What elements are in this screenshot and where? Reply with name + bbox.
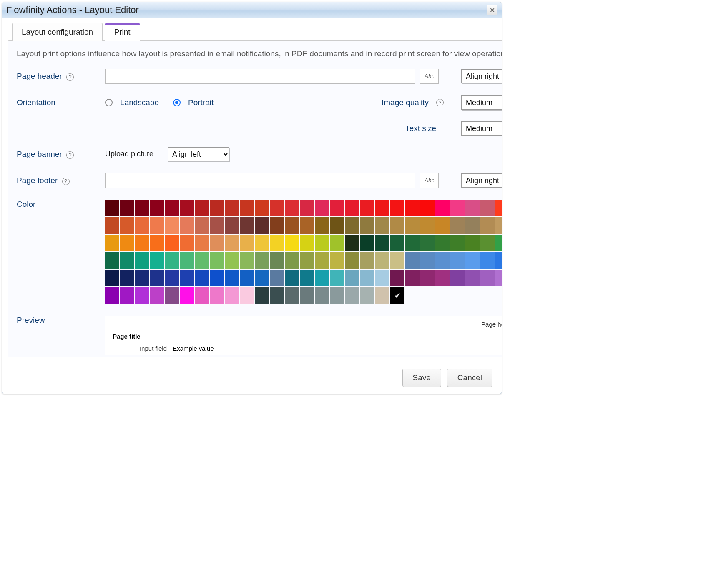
color-swatch[interactable] [420, 252, 435, 269]
color-swatch[interactable] [210, 200, 224, 216]
color-swatch[interactable] [375, 200, 389, 216]
color-swatch[interactable] [120, 235, 134, 251]
color-swatch[interactable] [150, 217, 164, 234]
color-swatch[interactable] [285, 287, 299, 304]
color-swatch[interactable] [210, 235, 224, 251]
color-swatch[interactable] [405, 270, 420, 286]
color-swatch[interactable] [390, 270, 404, 286]
color-swatch[interactable] [255, 270, 269, 286]
color-swatch[interactable] [495, 270, 502, 286]
banner-align-select[interactable]: Align left [168, 147, 229, 161]
color-swatch[interactable] [105, 217, 119, 234]
color-swatch[interactable] [150, 252, 164, 269]
color-swatch[interactable] [285, 235, 299, 251]
color-swatch[interactable] [465, 235, 480, 251]
color-swatch[interactable] [360, 270, 374, 286]
color-swatch[interactable] [375, 217, 389, 234]
color-swatch[interactable] [300, 200, 314, 216]
color-swatch[interactable] [345, 200, 359, 216]
color-swatch[interactable] [285, 270, 299, 286]
color-swatch[interactable] [420, 235, 435, 251]
color-swatch[interactable] [300, 217, 314, 234]
color-swatch[interactable] [360, 200, 374, 216]
close-button[interactable]: ✕ [487, 5, 497, 15]
color-swatch[interactable] [150, 270, 164, 286]
color-swatch[interactable] [270, 270, 284, 286]
color-swatch[interactable] [375, 235, 389, 251]
color-swatch[interactable] [180, 217, 194, 234]
color-swatch[interactable] [105, 252, 119, 269]
color-swatch[interactable] [480, 252, 495, 269]
color-swatch[interactable] [195, 235, 209, 251]
color-swatch[interactable] [315, 217, 329, 234]
color-swatch[interactable] [390, 252, 404, 269]
color-swatch[interactable] [420, 200, 435, 216]
color-swatch[interactable] [450, 252, 465, 269]
color-swatch[interactable] [450, 235, 465, 251]
color-swatch[interactable] [270, 287, 284, 304]
color-swatch[interactable] [495, 252, 502, 269]
color-swatch[interactable] [135, 287, 149, 304]
help-icon[interactable]: ? [436, 99, 444, 106]
color-swatch[interactable] [225, 287, 239, 304]
color-swatch[interactable] [225, 270, 239, 286]
text-size-select[interactable]: Medium [461, 121, 502, 136]
color-swatch[interactable] [255, 217, 269, 234]
color-swatch[interactable] [375, 252, 389, 269]
radio-portrait[interactable] [173, 99, 181, 106]
color-swatch[interactable] [435, 270, 450, 286]
color-swatch[interactable] [165, 235, 179, 251]
color-swatch[interactable] [180, 287, 194, 304]
color-swatch[interactable] [345, 270, 359, 286]
color-swatch[interactable] [105, 235, 119, 251]
color-swatch[interactable] [180, 252, 194, 269]
color-swatch[interactable] [480, 235, 495, 251]
color-swatch[interactable] [210, 270, 224, 286]
color-swatch[interactable] [390, 200, 404, 216]
color-swatch[interactable] [150, 235, 164, 251]
color-swatch[interactable] [210, 252, 224, 269]
color-swatch[interactable] [195, 287, 209, 304]
color-swatch[interactable] [105, 200, 119, 216]
color-swatch[interactable] [300, 252, 314, 269]
color-swatch[interactable] [420, 217, 435, 234]
color-swatch[interactable] [315, 287, 329, 304]
color-swatch[interactable] [150, 287, 164, 304]
color-swatch[interactable] [195, 200, 209, 216]
color-swatch[interactable] [360, 217, 374, 234]
color-swatch[interactable] [195, 217, 209, 234]
color-swatch[interactable] [465, 270, 480, 286]
color-swatch[interactable] [180, 235, 194, 251]
color-swatch[interactable] [330, 235, 344, 251]
radio-landscape-label[interactable]: Landscape [120, 98, 159, 107]
color-swatch[interactable] [135, 217, 149, 234]
color-swatch[interactable] [165, 270, 179, 286]
color-swatch[interactable] [375, 270, 389, 286]
color-swatch[interactable] [405, 217, 420, 234]
color-swatch[interactable] [300, 235, 314, 251]
color-swatch[interactable] [180, 200, 194, 216]
color-swatch[interactable] [285, 217, 299, 234]
page-footer-input[interactable] [105, 173, 415, 188]
upload-picture-link[interactable]: Upload picture [105, 150, 153, 158]
color-swatch[interactable] [255, 252, 269, 269]
color-swatch[interactable] [270, 217, 284, 234]
color-swatch[interactable] [345, 217, 359, 234]
color-swatch[interactable] [360, 287, 374, 304]
color-swatch[interactable] [435, 200, 450, 216]
color-swatch[interactable] [135, 270, 149, 286]
color-swatch[interactable] [360, 252, 374, 269]
color-swatch[interactable] [150, 200, 164, 216]
tab-print[interactable]: Print [105, 23, 140, 41]
color-swatch[interactable] [120, 200, 134, 216]
color-swatch[interactable] [300, 270, 314, 286]
help-icon[interactable]: ? [66, 151, 74, 159]
format-button[interactable]: Abc [420, 69, 439, 84]
color-swatch[interactable] [315, 200, 329, 216]
tab-layout-configuration[interactable]: Layout configuration [12, 23, 103, 41]
color-swatch[interactable] [240, 217, 254, 234]
color-swatch[interactable] [315, 270, 329, 286]
color-swatch[interactable] [465, 252, 480, 269]
color-swatch[interactable] [165, 217, 179, 234]
color-swatch[interactable] [135, 235, 149, 251]
